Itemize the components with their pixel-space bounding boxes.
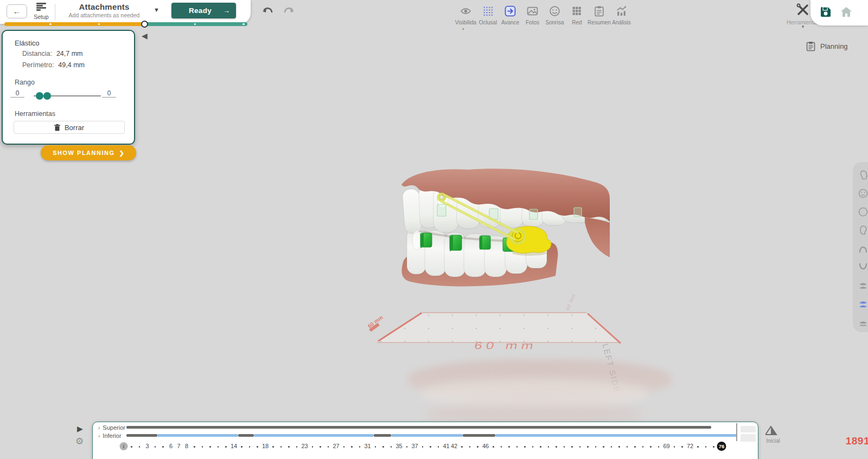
timeline-current-step-badge[interactable]: 76 — [717, 442, 726, 451]
timeline-step-number[interactable]: 18 — [262, 443, 269, 449]
timeline-step-dot[interactable] — [642, 446, 644, 448]
timeline-step-dot[interactable] — [658, 446, 660, 448]
timeline-step-dot[interactable] — [556, 446, 557, 448]
timeline-step-dot[interactable] — [571, 446, 573, 448]
toolbar-item-red[interactable]: Red — [566, 5, 588, 25]
timeline-step-dot[interactable] — [430, 446, 431, 448]
timeline-step-dot[interactable] — [202, 446, 203, 448]
view-preset-upper-occlusal-icon[interactable] — [858, 280, 868, 292]
visibility-caret-icon[interactable]: ▾ — [462, 27, 464, 31]
timeline-step-dot[interactable] — [312, 446, 314, 448]
timeline-step-number[interactable]: 7 — [177, 443, 180, 449]
stage-dropdown-caret-icon[interactable]: ▼ — [154, 7, 159, 13]
timeline-step-dot[interactable] — [375, 446, 376, 448]
timeline-step-number[interactable]: 27 — [333, 443, 339, 449]
timeline-step-dot[interactable] — [257, 446, 258, 448]
timeline-step-dot[interactable] — [438, 446, 439, 448]
timeline-step-dot[interactable] — [422, 446, 424, 448]
toolbar-item-avance[interactable]: Avance — [499, 5, 521, 25]
timeline-step-dot[interactable] — [288, 446, 290, 448]
borrar-button[interactable]: Borrar — [14, 121, 125, 134]
view-preset-upper-arch-icon[interactable] — [858, 243, 868, 255]
view-preset-lower-arch-icon[interactable] — [858, 262, 868, 274]
superior-track-bar[interactable] — [126, 426, 737, 429]
timeline-step-dot[interactable] — [618, 446, 620, 448]
timeline-step-dot[interactable] — [611, 446, 612, 448]
play-button[interactable]: ▶ — [77, 424, 83, 433]
view-preset-head-profile-icon[interactable] — [858, 225, 868, 237]
ready-button[interactable]: Ready → — [171, 3, 236, 18]
redo-icon[interactable] — [282, 7, 296, 18]
view-preset-lower-occlusal-icon[interactable] — [858, 317, 868, 329]
toolbar-item-resumen[interactable]: Resumen — [588, 5, 610, 25]
timeline-step-dot[interactable] — [272, 446, 274, 448]
view-preset-neutral-face-icon[interactable] — [858, 188, 868, 200]
timeline-step-dot[interactable] — [382, 446, 384, 448]
timeline-step-number[interactable]: 31 — [364, 443, 371, 449]
timeline-step-dot[interactable] — [162, 446, 164, 448]
inferior-row-label[interactable]: › Inferior — [98, 432, 122, 439]
timeline-step-number[interactable]: 46 — [482, 443, 489, 449]
timeline-step-number[interactable]: 6 — [169, 443, 173, 449]
timeline-step-dot[interactable] — [516, 446, 518, 448]
timeline-step-dot[interactable] — [501, 446, 502, 448]
timeline-step-dot[interactable] — [634, 446, 636, 448]
show-planning-button[interactable]: SHOW PLANNING ❯ — [41, 145, 136, 160]
timeline-step-dot[interactable] — [155, 446, 156, 448]
range-min-input[interactable] — [10, 89, 24, 98]
home-icon[interactable] — [840, 6, 852, 18]
timeline-step-dot[interactable] — [469, 446, 471, 448]
undo-icon[interactable] — [260, 7, 275, 18]
inferior-track-bar[interactable] — [126, 434, 737, 437]
timeline-step-number[interactable]: 42 — [451, 443, 457, 449]
view-preset-circle-icon[interactable] — [858, 206, 868, 218]
timeline-step-number[interactable]: 3 — [145, 443, 149, 449]
timeline-step-number[interactable]: 41 — [443, 443, 449, 449]
timeline-step-dot[interactable] — [674, 446, 675, 448]
timeline-step-dot[interactable] — [351, 446, 353, 448]
timeline-step-dot[interactable] — [627, 446, 628, 448]
toolbar-item-oclusal[interactable]: Oclusal — [477, 5, 499, 25]
timeline-step-dot[interactable] — [249, 446, 251, 448]
timeline-step-dot[interactable] — [139, 446, 141, 448]
timeline-step-dot[interactable] — [650, 446, 652, 448]
timeline-step-dot[interactable] — [603, 446, 604, 448]
timeline-step-dot[interactable] — [131, 446, 132, 448]
range-slider-handle-min[interactable] — [36, 92, 43, 100]
timeline-step-number[interactable]: 14 — [231, 443, 237, 449]
timeline-step-dot[interactable] — [225, 446, 227, 448]
timeline-step-number[interactable]: 8 — [185, 443, 188, 449]
timeline-step-dot[interactable] — [713, 446, 714, 448]
range-slider-handle-max[interactable] — [43, 92, 51, 100]
timeline-cursor[interactable] — [736, 423, 737, 441]
inicial-superimpose-button[interactable]: Inicial — [761, 426, 786, 444]
toolbar-item-sonrisa[interactable]: Sonrisa — [544, 5, 566, 25]
timeline-initial-badge[interactable]: i — [120, 442, 128, 450]
timeline-step-dot[interactable] — [209, 446, 211, 448]
timeline-step-dot[interactable] — [493, 446, 494, 448]
timeline-step-dot[interactable] — [328, 446, 329, 448]
timeline-step-dot[interactable] — [705, 446, 707, 448]
timeline-step-dot[interactable] — [564, 446, 565, 448]
setup-button[interactable]: Setup — [30, 3, 52, 20]
timeline-step-dot[interactable] — [477, 446, 478, 448]
toolbar-item-analisis[interactable]: Análisis — [610, 5, 633, 25]
dental-model-3d[interactable] — [373, 159, 624, 290]
timeline-step-dot[interactable] — [406, 446, 408, 448]
view-preset-both-occlusal-icon[interactable] — [858, 299, 868, 311]
timeline-step-number[interactable]: 23 — [301, 443, 308, 449]
superior-row-label[interactable]: › Superior — [98, 424, 125, 431]
timeline-step-dot[interactable] — [579, 446, 581, 448]
timeline-step-dot[interactable] — [343, 446, 345, 448]
timeline-step-dot[interactable] — [280, 446, 282, 448]
timeline-step-dot[interactable] — [218, 446, 219, 448]
timeline-step-dot[interactable] — [540, 446, 541, 448]
planning-item[interactable]: Planning — [806, 41, 848, 51]
back-button[interactable]: ← — [7, 4, 27, 18]
view-preset-face-profile-icon[interactable] — [858, 170, 868, 182]
toolbar-item-fotos[interactable]: Fotos — [521, 5, 544, 25]
panel-collapse-icon[interactable]: ◀ — [142, 31, 148, 40]
timeline-step-dot[interactable] — [241, 446, 242, 448]
timeline-step-dot[interactable] — [296, 446, 298, 448]
timeline-step-number[interactable]: 69 — [663, 443, 669, 449]
